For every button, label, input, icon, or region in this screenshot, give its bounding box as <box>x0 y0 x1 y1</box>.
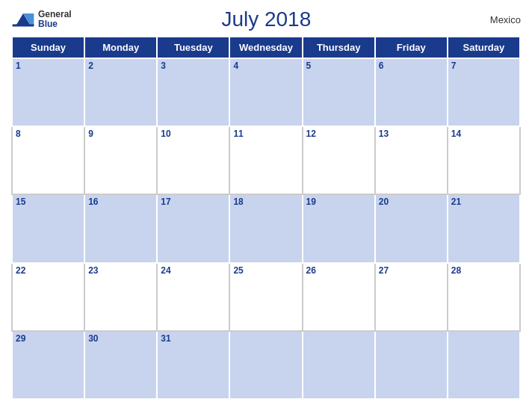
table-row: 25 <box>229 263 302 331</box>
day-number: 30 <box>88 333 153 344</box>
day-number: 13 <box>379 129 444 139</box>
day-number: 1 <box>16 61 81 71</box>
table-row: 19 <box>303 194 375 262</box>
day-number: 11 <box>233 129 298 139</box>
table-row: 10 <box>157 126 229 194</box>
day-number: 20 <box>379 197 444 207</box>
day-number: 10 <box>161 129 226 139</box>
table-row: 17 <box>157 194 229 262</box>
day-number: 2 <box>88 61 153 71</box>
calendar-week-row: 293031 <box>12 331 520 399</box>
day-number: 29 <box>16 333 81 344</box>
header-sunday: Sunday <box>12 37 84 58</box>
table-row: 14 <box>448 126 520 194</box>
day-number: 9 <box>88 129 153 139</box>
day-number: 3 <box>161 61 226 71</box>
header-wednesday: Wednesday <box>229 37 302 58</box>
table-row: 1 <box>12 58 84 126</box>
table-row <box>448 331 520 399</box>
table-row: 11 <box>229 126 302 194</box>
table-row: 29 <box>12 331 84 399</box>
day-number: 7 <box>451 61 516 71</box>
table-row: 20 <box>375 194 448 262</box>
header-thursday: Thursday <box>303 37 375 58</box>
table-row: 16 <box>84 194 157 262</box>
calendar-header: General Blue July 2018 Mexico <box>11 7 521 31</box>
calendar-week-row: 1234567 <box>12 58 520 126</box>
day-number: 8 <box>16 129 81 139</box>
table-row: 30 <box>84 331 157 399</box>
calendar-week-row: 891011121314 <box>12 126 520 194</box>
day-number: 15 <box>16 197 81 207</box>
table-row: 21 <box>448 194 520 262</box>
table-row: 31 <box>157 331 229 399</box>
calendar-week-row: 15161718192021 <box>12 194 520 262</box>
table-row <box>303 331 375 399</box>
day-number: 4 <box>233 61 298 71</box>
table-row: 24 <box>157 263 229 331</box>
table-row <box>229 331 302 399</box>
day-number: 12 <box>306 129 371 139</box>
day-number: 21 <box>451 197 516 207</box>
day-number: 27 <box>379 265 444 276</box>
table-row: 6 <box>375 58 448 126</box>
day-number: 19 <box>306 197 371 207</box>
calendar-title: July 2018 <box>72 7 461 31</box>
table-row: 28 <box>448 263 520 331</box>
header-saturday: Saturday <box>448 37 520 58</box>
header-tuesday: Tuesday <box>157 37 229 58</box>
table-row: 5 <box>303 58 375 126</box>
calendar-week-row: 22232425262728 <box>12 263 520 331</box>
calendar-table: Sunday Monday Tuesday Wednesday Thursday… <box>11 36 521 400</box>
day-number: 28 <box>451 265 516 276</box>
days-header-row: Sunday Monday Tuesday Wednesday Thursday… <box>12 37 520 58</box>
day-number: 17 <box>161 197 226 207</box>
logo-blue-text: Blue <box>38 19 72 29</box>
table-row: 9 <box>84 126 157 194</box>
day-number: 31 <box>161 333 226 344</box>
table-row: 18 <box>229 194 302 262</box>
day-number: 14 <box>451 129 516 139</box>
day-number: 5 <box>306 61 371 71</box>
table-row: 3 <box>157 58 229 126</box>
logo: General Blue <box>11 7 72 31</box>
day-number: 25 <box>233 265 298 276</box>
day-number: 16 <box>88 197 153 207</box>
table-row: 7 <box>448 58 520 126</box>
day-number: 18 <box>233 197 298 207</box>
day-number: 24 <box>161 265 226 276</box>
logo-icon <box>11 7 35 31</box>
day-number: 26 <box>306 265 371 276</box>
table-row: 15 <box>12 194 84 262</box>
table-row: 26 <box>303 263 375 331</box>
logo-text: General Blue <box>38 10 72 29</box>
day-number: 6 <box>379 61 444 71</box>
table-row <box>375 331 448 399</box>
day-number: 23 <box>88 265 153 276</box>
table-row: 2 <box>84 58 157 126</box>
table-row: 13 <box>375 126 448 194</box>
svg-rect-3 <box>13 24 34 26</box>
table-row: 8 <box>12 126 84 194</box>
table-row: 23 <box>84 263 157 331</box>
table-row: 12 <box>303 126 375 194</box>
table-row: 4 <box>229 58 302 126</box>
country-label: Mexico <box>461 14 521 25</box>
table-row: 27 <box>375 263 448 331</box>
header-monday: Monday <box>84 37 157 58</box>
header-friday: Friday <box>375 37 448 58</box>
day-number: 22 <box>16 265 81 276</box>
table-row: 22 <box>12 263 84 331</box>
